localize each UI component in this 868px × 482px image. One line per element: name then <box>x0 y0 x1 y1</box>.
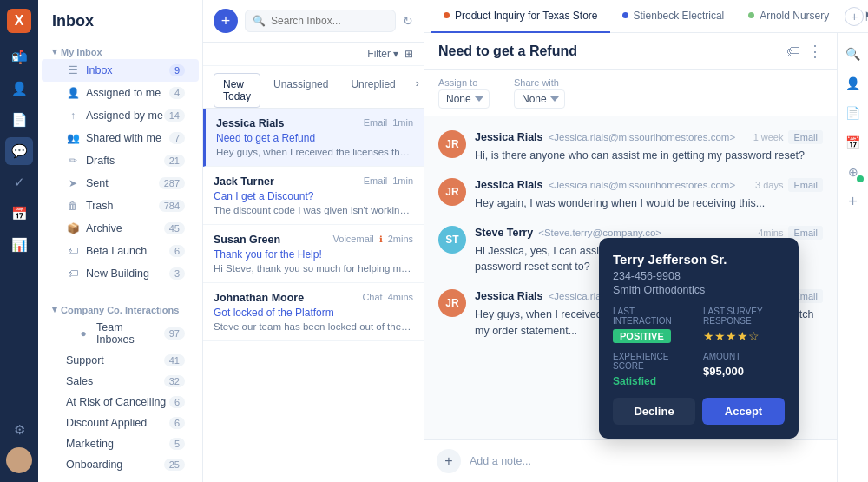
top-tab-2[interactable]: Arnold Nursery <box>736 0 841 33</box>
right-calendar-icon[interactable]: 📅 <box>841 130 865 155</box>
compose-placeholder[interactable]: Add a note... <box>470 455 825 467</box>
top-tab-0[interactable]: Product Inquiry for Texas Store <box>431 0 610 33</box>
amount-label: AMOUNT <box>703 352 785 361</box>
msg-channel-2: Email <box>788 226 823 240</box>
nav-bar: X 📬 👤 📄 💬 ✓ 📅 📊 ⚙ <box>0 0 38 482</box>
sidebar-item-discount[interactable]: Discount Applied 6 <box>42 413 199 433</box>
tab-unassigned[interactable]: Unassigned <box>264 73 338 108</box>
nav-reports[interactable]: 📊 <box>5 231 33 259</box>
tab-new-today[interactable]: New Today <box>214 73 260 108</box>
conv-meta-0: Email 1min <box>364 117 413 128</box>
assign-to-select[interactable]: None <box>438 89 490 109</box>
sidebar-item-support[interactable]: Support 41 <box>42 350 199 371</box>
message-row-0: JR Jessica Rials <Jessica.rials@missouri… <box>438 130 823 164</box>
tab-unreplied[interactable]: Unreplied <box>341 73 404 108</box>
sidebar-item-assigned-to-me[interactable]: 👤 Assigned to me 4 <box>42 82 199 104</box>
accept-button[interactable]: Accept <box>702 398 785 425</box>
conv-sender-3: Johnathan Moore <box>214 292 304 304</box>
nav-settings-bottom[interactable]: ⚙ <box>5 416 33 444</box>
msg-sender-1: Jessica Rials <box>475 179 543 191</box>
conv-item-header-2: Susan Green Voicemail ℹ 2mins <box>214 234 413 246</box>
conversation-item-1[interactable]: Jack Turner Email 1min Can I get a Disco… <box>203 167 424 225</box>
nav-user[interactable] <box>6 447 32 473</box>
arrow-up-icon: ↑ <box>66 109 80 122</box>
bookmark-icon[interactable]: ⚑ <box>864 10 868 23</box>
main-area: Product Inquiry for Texas Store Stienbec… <box>424 0 868 482</box>
decline-button[interactable]: Decline <box>613 398 695 425</box>
compose-add-button[interactable]: + <box>437 449 461 473</box>
right-person-icon[interactable]: 👤 <box>841 71 865 96</box>
conversation-item-3[interactable]: Johnathan Moore Chat 4mins Got locked of… <box>203 283 424 341</box>
msg-time-0: 1 week <box>753 132 784 142</box>
sidebar-item-sales[interactable]: Sales 32 <box>42 371 199 392</box>
share-with-select[interactable]: None <box>514 89 565 109</box>
circle-icon: ● <box>76 327 90 340</box>
right-actions-panel: 🔍 👤 📄 📅 ⊕ + <box>837 33 868 482</box>
sidebar-item-trash[interactable]: 🗑 Trash 784 <box>42 195 199 217</box>
sidebar-item-onboarding[interactable]: Onboarding 25 <box>42 454 199 475</box>
new-tab-icon[interactable]: + <box>845 7 864 26</box>
right-files-icon[interactable]: 📄 <box>841 101 865 125</box>
filter-options-icon[interactable]: ⊞ <box>404 48 413 60</box>
msg-time-1: 3 days <box>755 180 783 190</box>
nav-conversations[interactable]: 💬 <box>5 137 33 165</box>
avatar-2: ST <box>438 226 466 254</box>
sidebar-item-marketing[interactable]: Marketing 5 <box>42 433 199 454</box>
right-activity-icon[interactable]: ⊕ <box>841 160 865 184</box>
search-box[interactable]: 🔍 <box>245 10 396 32</box>
filter-chevron-icon: ▾ <box>393 48 398 60</box>
more-tabs-button[interactable]: › <box>409 73 426 108</box>
nav-inbox[interactable]: 📬 <box>5 43 33 71</box>
new-conversation-button[interactable]: + <box>214 9 238 33</box>
my-inbox-toggle[interactable]: ▾ My Inbox <box>38 41 202 59</box>
top-tab-label-1: Stienbeck Electrical <box>634 10 725 22</box>
chevron-down-icon: ▾ <box>52 46 57 57</box>
conv-subject-2: Thank you for the Help! <box>214 248 413 261</box>
sidebar-item-beta-launch[interactable]: 🏷 Beta Launch 6 <box>42 240 199 262</box>
company-section: ▾ Company Co. Interactions ● Team Inboxe… <box>38 295 202 479</box>
right-add-icon[interactable]: + <box>841 189 865 214</box>
sidebar-item-drafts[interactable]: ✏ Drafts 21 <box>42 149 199 172</box>
conv-subject-3: Got locked of the Platform <box>214 307 413 319</box>
search-input[interactable] <box>271 15 388 27</box>
right-search-icon[interactable]: 🔍 <box>841 42 865 66</box>
top-tab-1[interactable]: Stienbeck Electrical <box>610 0 737 33</box>
nav-contacts[interactable]: 👤 <box>5 75 33 102</box>
sidebar-item-sent[interactable]: ➤ Sent 287 <box>42 172 199 195</box>
sidebar-item-archive[interactable]: 📦 Archive 45 <box>42 217 199 240</box>
last-interaction-label: LAST INTERACTION <box>613 307 694 326</box>
nav-calendar[interactable]: 📅 <box>5 200 33 228</box>
sidebar-item-team-inboxes[interactable]: ● Team Inboxes 97 <box>42 317 199 350</box>
conv-preview-0: Hey guys, when I received the licenses t… <box>216 147 413 157</box>
refresh-icon[interactable]: ↻ <box>403 14 413 28</box>
conv-panel-top: + 🔍 ↻ Filter ▾ ⊞ New Today Unassigned Un… <box>203 0 424 109</box>
sidebar-item-inbox[interactable]: ☰ Inbox 9 <box>42 59 199 82</box>
nav-files[interactable]: 📄 <box>5 106 33 134</box>
filter-button[interactable]: Filter ▾ ⊞ <box>367 48 413 60</box>
company-toggle[interactable]: ▾ Company Co. Interactions <box>38 299 202 317</box>
sidebar-item-at-risk[interactable]: At Risk of Cancelling 6 <box>42 392 199 413</box>
draft-icon: ✏ <box>66 154 80 168</box>
nav-tasks[interactable]: ✓ <box>5 168 33 196</box>
sidebar-item-shared-with-me[interactable]: 👥 Shared with me 7 <box>42 127 199 149</box>
main-content-row: Need to get a Refund 🏷 ⋮ Assign to None … <box>424 33 868 482</box>
message-content-0: Jessica Rials <Jessica.rials@missourihom… <box>475 130 823 164</box>
conv-subject-0: Need to get a Refund <box>216 132 413 144</box>
sidebar-title: Inbox <box>52 12 94 30</box>
experience-item: EXPERIENCE SCORE Satisfied <box>613 352 694 387</box>
inbox-icon: ☰ <box>66 63 80 77</box>
avatar-1: JR <box>438 178 466 206</box>
msg-email-0: <Jessica.rials@missourihomestores.com> <box>549 132 736 142</box>
archive-icon: 📦 <box>66 221 80 235</box>
sidebar-item-new-building[interactable]: 🏷 New Building 3 <box>42 262 199 285</box>
conversation-item-2[interactable]: Susan Green Voicemail ℹ 2mins Thank you … <box>203 225 424 283</box>
add-tab-button[interactable]: + <box>845 7 864 26</box>
sidebar-item-assigned-by-me[interactable]: ↑ Assigned by me 14 <box>42 104 199 127</box>
conv-sender-1: Jack Turner <box>214 175 274 188</box>
more-options-icon[interactable]: ⋮ <box>807 42 823 61</box>
tag-label-icon[interactable]: 🏷 <box>786 43 800 59</box>
conversation-item-0[interactable]: Jessica Rials Email 1min Need to get a R… <box>203 109 424 167</box>
group-icon: 👥 <box>66 131 80 145</box>
stars-rating: ★★★★☆ <box>703 329 760 343</box>
contact-grid: LAST INTERACTION POSITIVE LAST SURVEY RE… <box>613 307 785 387</box>
